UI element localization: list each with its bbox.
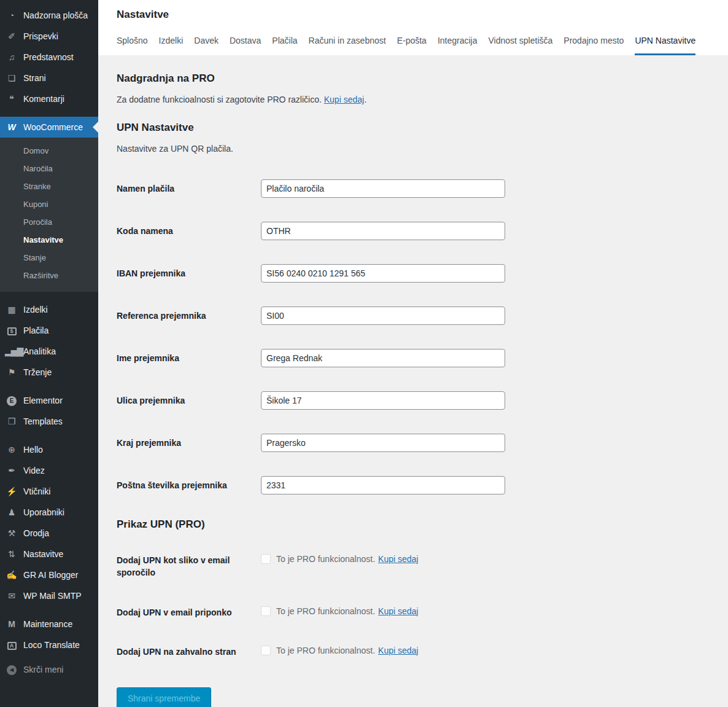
sidebar-item-templates[interactable]: ❒Templates <box>0 411 98 432</box>
plugin-icon: ⚡ <box>5 487 18 496</box>
field-label-kraj-prejemnika: Kraj prejemnika <box>117 438 261 448</box>
sidebar-item-videz[interactable]: ✒Videz <box>0 460 98 481</box>
sidebar-item-orodja[interactable]: ⚒Orodja <box>0 523 98 544</box>
tab-splosno[interactable]: Splošno <box>117 36 148 55</box>
field-label-namen-placila: Namen plačila <box>117 184 261 193</box>
sidebar-item-izdelki[interactable]: ▦Izdelki <box>0 299 98 320</box>
form-row: Namen plačila <box>117 179 710 198</box>
field-label-koda-namena: Koda namena <box>117 226 261 236</box>
submenu-item-porocila[interactable]: Poročila <box>0 213 98 231</box>
sidebar-item-analitika[interactable]: ▂▅▇Analitika <box>0 341 98 362</box>
sidebar-item-label: Izdelki <box>23 305 48 314</box>
upgrade-text: Za dodatne funkcioalnosti si zagotovite … <box>117 95 322 104</box>
sidebar-item-prispevki[interactable]: ✐Prispevki <box>0 26 98 47</box>
input-referenca-prejemnika[interactable] <box>261 307 505 325</box>
input-iban-prejemnika[interactable] <box>261 264 505 283</box>
products-icon: ▦ <box>5 305 18 314</box>
collapse-menu-button[interactable]: ◀Skrči meni <box>0 659 98 680</box>
sidebar-item-gr-ai-blogger[interactable]: ✍GR AI Blogger <box>0 564 98 585</box>
tab-upn-nastavitve[interactable]: UPN Nastavitve <box>635 36 695 55</box>
sidebar-group: ◔Nadzorna plošča✐Prispevki♫Predstavnost❏… <box>0 5 98 109</box>
sidebar-item-label: Maintenance <box>23 619 72 629</box>
pro-cell: To je PRO funkcionalnost.Kupi sedaj <box>261 646 710 655</box>
write-page-icon: ✍ <box>5 571 18 579</box>
sidebar-item-loco-translate[interactable]: ALoco Translate <box>0 635 98 655</box>
sidebar-item-nadzorna-plosca[interactable]: ◔Nadzorna plošča <box>0 5 98 26</box>
checkbox-dodaj-upn-v-email-priponko[interactable] <box>261 606 271 616</box>
form-row: Ime prejemnika <box>117 349 710 367</box>
submenu-item-stranke[interactable]: Stranke <box>0 178 98 195</box>
upn-settings-form: Namen plačilaKoda namenaIBAN prejemnikaR… <box>117 179 710 494</box>
checkbox-dodaj-upn-kot-sliko-v-email-sporocilo[interactable] <box>261 554 271 564</box>
field-label-ime-prejemnika: Ime prejemnika <box>117 353 261 363</box>
field-label-ulica-prejemnika: Ulica prejemnika <box>117 396 261 405</box>
sidebar-group: EElementor❒Templates <box>0 390 98 432</box>
payments-icon: $ <box>5 326 18 335</box>
pro-buy-now-link[interactable]: Kupi sedaj <box>378 554 418 564</box>
elementor-logo-icon: E <box>5 396 18 406</box>
pro-buy-now-link[interactable]: Kupi sedaj <box>378 606 418 616</box>
input-ulica-prejemnika[interactable] <box>261 391 505 410</box>
tab-dostava[interactable]: Dostava <box>230 36 261 55</box>
pro-cell: To je PRO funkcionalnost.Kupi sedaj <box>261 606 710 616</box>
pro-note: To je PRO funkcionalnost. <box>276 606 375 616</box>
tab-vidnost-spletisca[interactable]: Vidnost spletišča <box>489 36 553 55</box>
submenu-item-razsiritve[interactable]: Razširitve <box>0 267 98 284</box>
sidebar-item-label: Nastavitve <box>23 549 63 559</box>
sidebar-item-label: Hello <box>23 445 43 455</box>
tab-prodajno-mesto[interactable]: Prodajno mesto <box>563 36 624 55</box>
submenu-item-kuponi[interactable]: Kuponi <box>0 195 98 213</box>
sidebar-item-uporabniki[interactable]: ♟Uporabniki <box>0 502 98 523</box>
tab-izdelki[interactable]: Izdelki <box>159 36 184 55</box>
buy-now-link[interactable]: Kupi sedaj <box>324 95 364 104</box>
input-postna-stevilka-prejemnika[interactable] <box>261 476 505 494</box>
hello-plus-icon: ⊕ <box>5 445 18 454</box>
field-label-postna-stevilka-prejemnika: Poštna številka prejemnika <box>117 480 261 490</box>
sidebar-item-predstavnost[interactable]: ♫Predstavnost <box>0 47 98 68</box>
sidebar-collapse-group: ◀Skrči meni <box>0 659 98 680</box>
tab-racuni-in-zasebnost[interactable]: Računi in zasebnost <box>309 36 386 55</box>
submenu-item-nastavitve[interactable]: Nastavitve <box>0 231 98 249</box>
sidebar-item-elementor[interactable]: EElementor <box>0 390 98 411</box>
sidebar-item-hello[interactable]: ⊕Hello <box>0 439 98 460</box>
sidebar-item-nastavitve[interactable]: ⇅Nastavitve <box>0 544 98 564</box>
sidebar-item-woocommerce[interactable]: WWooCommerce <box>0 117 98 138</box>
sidebar-item-placila[interactable]: $Plačila <box>0 320 98 341</box>
upn-section-title: UPN Nastavitve <box>117 122 710 134</box>
media-icon: ♫ <box>5 53 18 61</box>
sidebar-item-wp-mail-smtp[interactable]: ✉WP Mail SMTP <box>0 585 98 606</box>
upn-section-subtitle: Nastavitve za UPN QR plačila. <box>117 144 710 154</box>
sidebar-group: ▦Izdelki$Plačila▂▅▇Analitika⚑Trženje <box>0 299 98 383</box>
sidebar-group: ⊕Hello✒Videz⚡Vtičniki♟Uporabniki⚒Orodja⇅… <box>0 439 98 606</box>
save-changes-button[interactable]: Shrani spremembe <box>117 687 211 707</box>
tab-integracija[interactable]: Integracija <box>438 36 478 55</box>
sidebar-item-komentarji[interactable]: ❝Komentarji <box>0 88 98 109</box>
sidebar-item-strani[interactable]: ❏Strani <box>0 68 98 88</box>
tab-davek[interactable]: Davek <box>194 36 219 55</box>
sidebar-item-trzenje[interactable]: ⚑Trženje <box>0 362 98 383</box>
input-kraj-prejemnika[interactable] <box>261 434 505 452</box>
form-row: IBAN prejemnika <box>117 264 710 283</box>
sidebar-item-maintenance[interactable]: MMaintenance <box>0 614 98 635</box>
pro-row: Dodaj UPN na zahvalno stranTo je PRO fun… <box>117 646 710 658</box>
sidebar-item-vticniki[interactable]: ⚡Vtičniki <box>0 481 98 502</box>
input-ime-prejemnika[interactable] <box>261 349 505 367</box>
checkbox-dodaj-upn-na-zahvalno-stran[interactable] <box>261 646 271 655</box>
sidebar-item-label: WP Mail SMTP <box>23 591 82 601</box>
pro-buy-now-link[interactable]: Kupi sedaj <box>378 646 418 655</box>
sidebar-group: MMaintenanceALoco Translate <box>0 614 98 655</box>
submenu-item-stanje[interactable]: Stanje <box>0 249 98 267</box>
input-namen-placila[interactable] <box>261 179 505 198</box>
tab-placila[interactable]: Plačila <box>272 36 297 55</box>
submenu-item-domov[interactable]: Domov <box>0 142 98 160</box>
tab-e-posta[interactable]: E-pošta <box>397 36 427 55</box>
submenu-item-narocila[interactable]: Naročila <box>0 160 98 178</box>
templates-folder-icon: ❒ <box>5 417 18 426</box>
pro-note: To je PRO funkcionalnost. <box>276 646 375 655</box>
sidebar-item-label: Prispevki <box>23 31 58 41</box>
upgrade-description: Za dodatne funkcioalnosti si zagotovite … <box>117 95 710 104</box>
field-label-referenca-prejemnika: Referenca prejemnika <box>117 311 261 321</box>
woocommerce-submenu: DomovNaročilaStrankeKuponiPoročilaNastav… <box>0 138 98 292</box>
appearance-brush-icon: ✒ <box>5 466 18 475</box>
input-koda-namena[interactable] <box>261 222 505 240</box>
